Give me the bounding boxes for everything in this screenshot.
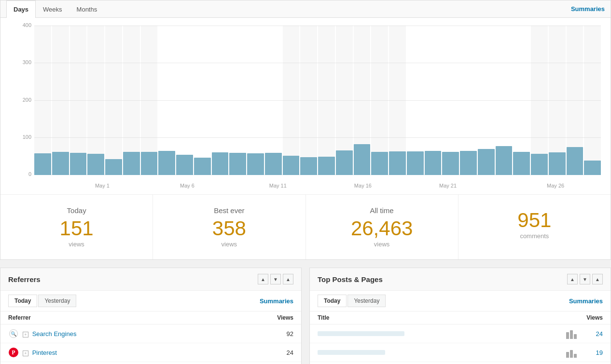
bar-group-31 bbox=[584, 26, 601, 175]
bar-group-12 bbox=[247, 26, 264, 175]
pinterest-icon: P bbox=[8, 347, 19, 358]
bar-group-18 bbox=[354, 26, 371, 175]
bar-12[interactable] bbox=[247, 153, 264, 175]
tab-bar: Days Weeks Months Summaries bbox=[0, 0, 611, 18]
stat-best: Best ever 358 views bbox=[153, 195, 306, 259]
top-posts-collapse-down[interactable]: ▼ bbox=[580, 274, 590, 284]
x-label-May-6: May 6 bbox=[180, 183, 194, 189]
referrer-row-search[interactable]: 🔍 + Search Engines 92 bbox=[0, 324, 301, 343]
top-post-views-1: 24 bbox=[583, 330, 603, 337]
top-post-mini-chart-1 bbox=[566, 328, 580, 339]
search-expand-icon[interactable]: + bbox=[23, 332, 28, 337]
bar-27[interactable] bbox=[513, 152, 530, 175]
bar-chart: 400 300 200 100 0 May 1May 6May 11May 16… bbox=[10, 26, 601, 189]
bar-4[interactable] bbox=[105, 159, 122, 175]
bar-group-28 bbox=[531, 26, 548, 175]
mini-bar bbox=[574, 354, 577, 358]
bar-10[interactable] bbox=[212, 152, 229, 175]
bar-group-14 bbox=[283, 26, 300, 175]
bar-group-8 bbox=[176, 26, 193, 175]
search-icon-circle: 🔍 bbox=[9, 329, 18, 338]
bar-group-0 bbox=[34, 26, 51, 175]
referrers-tab-today[interactable]: Today bbox=[8, 295, 37, 307]
referrers-tab-yesterday[interactable]: Yesterday bbox=[38, 295, 76, 307]
bar-group-30 bbox=[567, 26, 583, 175]
search-icon: 🔍 bbox=[8, 328, 19, 339]
bar-group-7 bbox=[158, 26, 175, 175]
top-post-row-2[interactable]: 19 bbox=[310, 343, 611, 362]
referrers-summaries-link[interactable]: Summaries bbox=[260, 297, 293, 305]
pinterest-expand-icon[interactable]: + bbox=[23, 351, 28, 356]
pinterest-icon-circle: P bbox=[9, 348, 18, 357]
bars-container bbox=[34, 26, 601, 175]
bar-group-26 bbox=[496, 26, 513, 175]
bar-group-21 bbox=[407, 26, 424, 175]
bar-group-16 bbox=[318, 26, 335, 175]
bar-30[interactable] bbox=[567, 147, 583, 175]
referrers-collapse-up[interactable]: ▲ bbox=[258, 274, 268, 284]
bar-7[interactable] bbox=[158, 151, 175, 175]
referrers-collapse-down[interactable]: ▼ bbox=[270, 274, 281, 284]
bar-3[interactable] bbox=[87, 154, 104, 175]
top-post-mini-chart-2 bbox=[566, 347, 580, 358]
bar-group-4 bbox=[105, 26, 122, 175]
tab-days[interactable]: Days bbox=[6, 0, 36, 18]
bar-1[interactable] bbox=[52, 152, 69, 175]
bar-23[interactable] bbox=[442, 152, 459, 175]
top-posts-table-header: Title Views bbox=[310, 311, 611, 324]
bar-16[interactable] bbox=[318, 157, 335, 175]
bar-8[interactable] bbox=[176, 155, 193, 175]
bar-26[interactable] bbox=[496, 146, 513, 175]
tab-months[interactable]: Months bbox=[69, 0, 105, 18]
bar-17[interactable] bbox=[336, 150, 353, 175]
top-post-row-3[interactable]: 14 bbox=[310, 362, 611, 364]
bar-6[interactable] bbox=[141, 152, 158, 175]
bar-14[interactable] bbox=[283, 156, 300, 175]
top-post-row-1[interactable]: 24 bbox=[310, 324, 611, 343]
top-posts-expand[interactable]: ▲ bbox=[592, 274, 603, 284]
stat-alltime-sublabel: views bbox=[314, 241, 450, 248]
bar-21[interactable] bbox=[407, 151, 424, 175]
stat-today-value: 151 bbox=[8, 218, 145, 239]
bar-24[interactable] bbox=[460, 151, 477, 175]
bar-11[interactable] bbox=[229, 153, 246, 175]
bar-18[interactable] bbox=[354, 144, 371, 175]
top-posts-summaries-link[interactable]: Summaries bbox=[569, 297, 603, 305]
referrer-row-pinterest[interactable]: P + Pinterest 24 bbox=[0, 343, 301, 362]
bar-13[interactable] bbox=[265, 153, 282, 175]
summaries-link[interactable]: Summaries bbox=[571, 5, 605, 13]
grid-label-0: 0 bbox=[10, 171, 31, 177]
x-label-May-11: May 11 bbox=[269, 183, 287, 189]
stat-today-sublabel: views bbox=[8, 241, 145, 248]
stat-best-value: 358 bbox=[161, 218, 297, 239]
top-posts-tab-yesterday[interactable]: Yesterday bbox=[347, 295, 386, 307]
x-label-May-26: May 26 bbox=[547, 183, 564, 189]
top-posts-header: Top Posts & Pages ▲ ▼ ▲ bbox=[310, 268, 611, 291]
tab-weeks[interactable]: Weeks bbox=[36, 0, 69, 18]
grid-label-100: 100 bbox=[10, 134, 31, 140]
referrer-row-wp[interactable]: W + WordPress Android App 7 bbox=[0, 362, 301, 364]
top-post-views-2: 19 bbox=[583, 349, 603, 356]
stat-today-label: Today bbox=[8, 206, 145, 215]
referrer-search-label[interactable]: + Search Engines bbox=[23, 330, 274, 337]
bar-2[interactable] bbox=[70, 153, 87, 175]
bar-22[interactable] bbox=[425, 151, 442, 175]
bar-29[interactable] bbox=[549, 152, 566, 175]
referrer-pinterest-label[interactable]: + Pinterest bbox=[23, 349, 274, 356]
referrer-search-views: 92 bbox=[274, 330, 293, 337]
bar-19[interactable] bbox=[371, 152, 388, 175]
bar-20[interactable] bbox=[389, 151, 406, 175]
stat-comments-value: 951 bbox=[466, 210, 603, 230]
bar-25[interactable] bbox=[478, 149, 495, 175]
referrers-expand[interactable]: ▲ bbox=[283, 274, 293, 284]
bar-9[interactable] bbox=[194, 158, 211, 175]
stat-alltime-views: All time 26,463 views bbox=[306, 195, 458, 259]
bar-28[interactable] bbox=[531, 154, 548, 175]
bar-31[interactable] bbox=[584, 161, 601, 175]
bar-15[interactable] bbox=[300, 157, 317, 175]
referrer-pinterest-text: Pinterest bbox=[32, 349, 57, 356]
top-posts-tab-today[interactable]: Today bbox=[318, 295, 347, 307]
bar-5[interactable] bbox=[123, 152, 140, 175]
bar-0[interactable] bbox=[34, 153, 51, 175]
top-posts-collapse-up[interactable]: ▲ bbox=[567, 274, 578, 284]
